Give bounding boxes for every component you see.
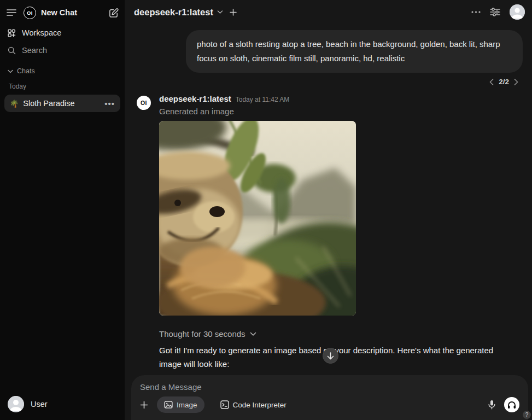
message-input[interactable] — [140, 382, 519, 392]
chat-menu-button[interactable] — [471, 11, 481, 13]
plus-icon — [140, 401, 148, 409]
plus-icon — [230, 9, 237, 16]
sidebar-chat-item-sloth-paradise[interactable]: 🌴 Sloth Paradise ••• — [4, 95, 120, 112]
model-selector[interactable]: deepseek-r1:latest — [134, 7, 223, 18]
scroll-to-bottom-button[interactable] — [323, 348, 338, 364]
chat-more-icon[interactable]: ••• — [104, 99, 115, 108]
arrow-down-icon — [327, 352, 334, 360]
code-interpreter-button[interactable]: Code Interpreter — [213, 396, 294, 413]
code-interpreter-icon — [220, 400, 229, 409]
user-avatar — [8, 396, 24, 412]
image-icon — [164, 401, 173, 409]
sidebar-item-workspace[interactable]: Workspace — [4, 25, 120, 41]
chevron-down-icon — [8, 69, 13, 73]
chat-scroll-area[interactable]: photo of a sloth resting atop a tree, be… — [125, 24, 532, 420]
assistant-name: deepseek-r1:latest — [159, 94, 231, 103]
image-button-label: Image — [177, 401, 197, 409]
chat-title: Sloth Paradise — [23, 99, 104, 108]
user-name-label: User — [31, 400, 48, 409]
main-panel: deepseek-r1:latest — [125, 0, 532, 420]
palm-tree-emoji: 🌴 — [10, 100, 19, 108]
generated-sloth-image[interactable] — [159, 121, 356, 316]
edit-pencil-icon — [109, 8, 119, 18]
chat-controls-button[interactable] — [490, 7, 500, 17]
hamburger-icon — [7, 9, 16, 16]
new-chat-button[interactable] — [109, 8, 119, 18]
sliders-icon — [490, 7, 500, 17]
voice-call-button[interactable] — [504, 397, 519, 412]
workspace-icon — [8, 29, 16, 37]
sidebar-item-search[interactable]: Search — [4, 42, 120, 59]
today-group-label: Today — [9, 83, 120, 90]
generated-image-label: Generated an image — [159, 107, 505, 116]
chats-section-header[interactable]: Chats — [8, 67, 120, 75]
voice-input-button[interactable] — [488, 400, 495, 410]
model-name: deepseek-r1:latest — [134, 7, 213, 18]
search-label: Search — [22, 46, 47, 55]
search-icon — [8, 46, 16, 55]
thought-disclosure[interactable]: Thought for 30 seconds — [159, 329, 505, 339]
chevron-left-icon[interactable] — [489, 79, 494, 85]
help-button[interactable]: ? — [523, 411, 531, 419]
sidebar-user-menu[interactable]: User — [4, 394, 120, 415]
message-composer: Image Code Interpreter — [131, 375, 528, 420]
sidebar-header: OI New Chat — [4, 5, 120, 20]
message-pagination: 2/2 — [125, 73, 532, 86]
thought-label: Thought for 30 seconds — [159, 329, 245, 339]
add-model-button[interactable] — [230, 9, 237, 16]
sidebar: OI New Chat Workspace Search Chats Today… — [0, 0, 125, 420]
workspace-label: Workspace — [22, 28, 61, 37]
profile-avatar-button[interactable] — [510, 4, 525, 20]
chat-header: deepseek-r1:latest — [125, 0, 532, 24]
chevron-down-icon — [250, 332, 256, 336]
message-timestamp: Today at 11:42 AM — [236, 96, 290, 103]
chats-label: Chats — [17, 67, 35, 75]
image-mode-button[interactable]: Image — [157, 396, 204, 413]
chevron-right-icon[interactable] — [514, 79, 518, 85]
openwebui-logo: OI — [24, 7, 36, 19]
ellipsis-icon — [471, 11, 481, 13]
sidebar-toggle-button[interactable] — [7, 9, 16, 16]
pagination-count: 2/2 — [499, 78, 509, 86]
new-chat-label: New Chat — [41, 8, 77, 17]
chevron-down-icon — [217, 10, 223, 14]
user-message-bubble: photo of a sloth resting atop a tree, be… — [186, 30, 523, 73]
attach-button[interactable] — [140, 401, 148, 409]
microphone-icon — [488, 400, 495, 410]
assistant-avatar: OI — [137, 96, 151, 110]
headphones-icon — [507, 401, 516, 409]
assistant-message: OI deepseek-r1:latest Today at 11:42 AM … — [125, 86, 532, 393]
code-interpreter-label: Code Interpreter — [233, 401, 287, 409]
